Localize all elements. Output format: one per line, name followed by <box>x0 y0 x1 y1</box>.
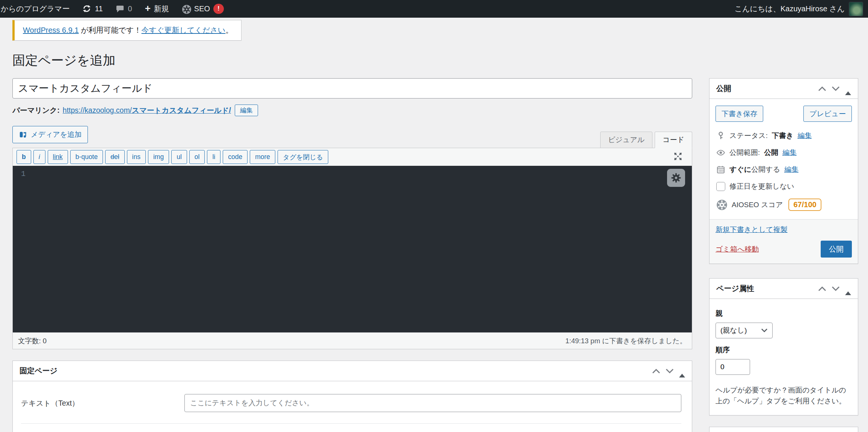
metabox-title: 固定ページ <box>20 366 57 376</box>
page-attributes-title: ページ属性 <box>716 283 754 294</box>
chevron-up-icon <box>818 86 826 91</box>
order-lower-button[interactable] <box>832 286 840 291</box>
triangle-up-icon <box>845 86 851 95</box>
comment-icon <box>116 5 125 14</box>
quicktag-del-button[interactable]: del <box>105 150 124 164</box>
order-higher-button[interactable] <box>652 368 660 374</box>
custom-fields-metabox: 固定ページ テキスト（Text） <box>12 361 692 432</box>
comments-count: 0 <box>128 5 132 13</box>
key-icon <box>716 131 725 140</box>
page-attributes-panel: ページ属性 親 (親なし) <box>709 278 858 415</box>
permalink-prefix: https://kazoolog.com/ <box>63 106 132 114</box>
order-higher-button[interactable] <box>818 86 826 91</box>
notice-text: が利用可能です！ <box>79 26 142 34</box>
code-editor-area[interactable]: 1 <box>13 166 692 332</box>
quicktag-code-button[interactable]: code <box>223 150 248 164</box>
schedule-edit-link[interactable]: 編集 <box>784 165 799 174</box>
seo-gear-icon <box>182 5 191 14</box>
modified-date-row: 修正日を更新しない <box>716 182 852 191</box>
page-title: 固定ページを追加 <box>12 52 858 69</box>
quicktags-toolbar: b i link b-quote del ins img ul ol li co… <box>13 148 692 166</box>
quicktag-close-tags-button[interactable]: タグを閉じる <box>278 150 328 164</box>
trash-link[interactable]: ゴミ箱へ移動 <box>716 244 759 254</box>
visibility-edit-link[interactable]: 編集 <box>782 148 797 158</box>
eye-icon <box>716 148 725 157</box>
triangle-up-icon <box>679 368 685 377</box>
media-icon <box>19 130 27 139</box>
quicktag-ol-button[interactable]: ol <box>189 150 205 164</box>
quicktag-link-button[interactable]: link <box>48 150 68 164</box>
new-label: 新規 <box>154 4 169 14</box>
chevron-down-icon <box>761 328 768 333</box>
order-lower-button[interactable] <box>832 86 840 91</box>
status-row: ステータス: 下書き 編集 <box>716 131 852 141</box>
aioseo-score-row: AIOSEO スコア 67/100 <box>716 199 852 211</box>
help-text: ヘルプが必要ですか？画面のタイトルの上の「ヘルプ」タブをご利用ください。 <box>716 385 852 407</box>
permalink-edit-button[interactable]: 編集 <box>235 105 258 116</box>
comments-menu[interactable]: 0 <box>116 5 132 14</box>
save-draft-button[interactable]: 下書き保存 <box>716 106 763 122</box>
visibility-label: 公開範囲: <box>729 148 760 158</box>
schedule-text: すぐに公開する <box>729 165 780 174</box>
modified-date-checkbox[interactable] <box>716 182 725 191</box>
chevron-down-icon <box>832 86 840 91</box>
fullscreen-icon <box>673 157 683 162</box>
order-label: 順序 <box>716 345 852 355</box>
custom-field-text-input[interactable] <box>184 394 681 412</box>
tab-code[interactable]: コード <box>655 132 692 148</box>
metabox-divider <box>21 423 681 424</box>
order-input[interactable] <box>716 359 750 375</box>
site-name-label: からのプログラマー <box>1 4 70 14</box>
quicktag-ins-button[interactable]: ins <box>127 150 146 164</box>
aioseo-score-badge[interactable]: 67/100 <box>788 199 821 211</box>
update-now-link[interactable]: 今すぐ更新してください <box>142 26 226 34</box>
aioseo-gear-icon <box>716 199 728 211</box>
quicktag-img-button[interactable]: img <box>148 150 169 164</box>
publish-panel: 公開 下書き保存 プレビュー <box>709 78 858 264</box>
order-higher-button[interactable] <box>818 286 826 291</box>
order-lower-button[interactable] <box>666 368 674 374</box>
content-editor: b i link b-quote del ins img ul ol li co… <box>12 148 692 349</box>
avatar[interactable] <box>849 2 863 16</box>
quicktag-more-button[interactable]: more <box>250 150 275 164</box>
site-name-menu[interactable]: からのプログラマー <box>1 4 70 14</box>
char-count-value: 0 <box>43 337 47 345</box>
preview-button[interactable]: プレビュー <box>803 106 852 122</box>
status-edit-link[interactable]: 編集 <box>798 131 812 141</box>
permalink-link[interactable]: https://kazoolog.com/スマートカスタムフィールド/ <box>63 105 231 115</box>
quicktag-bquote-button[interactable]: b-quote <box>70 150 103 164</box>
chevron-down-icon <box>666 368 674 374</box>
wordpress-version-link[interactable]: WordPress 6.9.1 <box>23 26 79 34</box>
post-title-input[interactable] <box>12 78 692 99</box>
new-content-menu[interactable]: + 新規 <box>145 4 169 14</box>
permalink-row: パーマリンク: https://kazoolog.com/スマートカスタムフィー… <box>12 105 692 116</box>
seo-alert-badge: ! <box>213 4 224 14</box>
account-menu[interactable]: こんにちは、KazuyaHirose さん <box>735 4 845 14</box>
custom-field-label: テキスト（Text） <box>21 398 184 408</box>
status-value: 下書き <box>772 131 793 141</box>
add-media-button[interactable]: メディアを追加 <box>12 126 88 143</box>
fullscreen-button[interactable] <box>673 152 683 162</box>
metabox-header[interactable]: 固定ページ <box>13 361 692 381</box>
page-attributes-header[interactable]: ページ属性 <box>709 279 858 299</box>
tab-visual[interactable]: ビジュアル <box>600 132 652 148</box>
publish-panel-header[interactable]: 公開 <box>709 79 858 99</box>
quicktag-italic-button[interactable]: i <box>33 150 45 164</box>
parent-select[interactable]: (親なし) <box>716 323 773 338</box>
quicktag-li-button[interactable]: li <box>207 150 220 164</box>
seo-menu[interactable]: SEO ! <box>182 4 224 14</box>
publish-button[interactable]: 公開 <box>821 241 852 258</box>
featured-image-header[interactable]: アイキャッチ画像 <box>709 427 858 432</box>
updates-menu[interactable]: 11 <box>83 5 103 14</box>
editor-settings-button[interactable] <box>667 169 685 187</box>
calendar-icon <box>716 165 725 174</box>
duplicate-draft-link[interactable]: 新規下書きとして複製 <box>716 226 788 233</box>
featured-image-panel: アイキャッチ画像 <box>709 427 858 432</box>
update-notice: WordPress 6.9.1 が利用可能です！今すぐ更新してください。 <box>12 20 242 41</box>
schedule-rest: 公開する <box>751 165 780 173</box>
modified-date-label: 修正日を更新しない <box>729 182 794 191</box>
quicktag-ul-button[interactable]: ul <box>171 150 187 164</box>
custom-field-row: テキスト（Text） <box>21 394 681 412</box>
permalink-slug: スマートカスタムフィールド/ <box>132 106 231 114</box>
quicktag-bold-button[interactable]: b <box>17 150 31 164</box>
